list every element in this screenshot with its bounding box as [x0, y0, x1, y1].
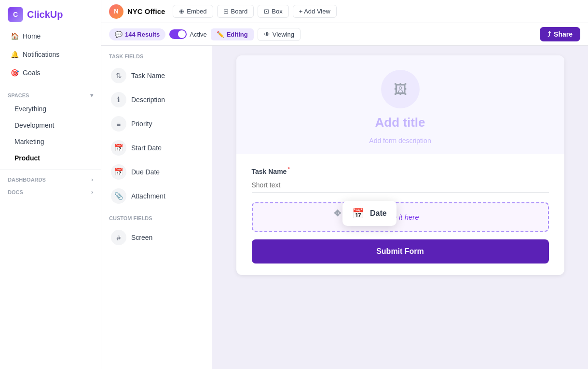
description-icon: ℹ [111, 92, 126, 107]
drag-tooltip-label: Date [370, 209, 387, 218]
task-name-icon: ⇅ [111, 68, 126, 83]
form-toolbar: 💬 144 Results Active ✏️ Editing 👁 Viewin… [101, 23, 588, 46]
task-name-label: Task Name [131, 72, 165, 79]
board-button[interactable]: ⊞ Board [217, 5, 254, 18]
toggle-knob [178, 30, 186, 38]
embed-label: Embed [187, 8, 206, 15]
dashboards-section-header[interactable]: Dashboards › [0, 172, 101, 185]
share-label: Share [554, 30, 573, 38]
field-attachment[interactable]: 📎 Attachment [107, 184, 206, 208]
due-date-label: Due Date [131, 168, 160, 176]
board-icon: ⊞ [223, 8, 229, 15]
board-label: Board [231, 8, 248, 15]
development-label: Development [14, 121, 55, 129]
box-button[interactable]: ⊡ Box [258, 5, 288, 18]
custom-fields-title: CUSTOM FIELDS [107, 215, 206, 221]
active-toggle-area: Active [169, 29, 206, 39]
task-name-field-group: Task Name* [252, 166, 549, 193]
description-label: Description [131, 96, 165, 104]
workspace-icon: N [109, 4, 123, 19]
submit-label: Submit Form [376, 247, 424, 255]
embed-button[interactable]: ⊕ Embed [173, 5, 213, 18]
spaces-label: Spaces [8, 92, 29, 98]
priority-icon: ≡ [111, 116, 126, 132]
form-body: Task Name* Drop it here Submit Form [236, 154, 564, 275]
start-date-label: Start Date [131, 144, 162, 152]
box-label: Box [272, 8, 282, 15]
drag-handle-icon: ✥ [334, 208, 341, 219]
marketing-label: Marketing [14, 138, 44, 145]
spaces-chevron-icon: ▾ [90, 92, 93, 99]
sidebar: C ClickUp 🏠 Home 🔔 Notifications 🎯 Goals… [0, 0, 101, 369]
sidebar-item-product[interactable]: Product [3, 150, 98, 166]
attachment-label: Attachment [131, 192, 165, 200]
dashboards-label: Dashboards [8, 177, 46, 183]
field-start-date[interactable]: 📅 Start Date [107, 136, 206, 159]
viewing-button[interactable]: 👁 Viewing [258, 28, 301, 41]
dashboards-chevron-icon: › [91, 176, 93, 183]
main-content: N NYC Office ⊕ Embed ⊞ Board ⊡ Box + Add… [101, 0, 588, 369]
form-header: 🖼 Add title Add form description [236, 55, 564, 154]
docs-chevron-icon: › [91, 189, 93, 196]
form-title-placeholder[interactable]: Add title [375, 115, 425, 130]
logo-icon: C [8, 7, 23, 22]
results-badge-button[interactable]: 💬 144 Results [109, 28, 165, 40]
field-screen[interactable]: # Screen [107, 226, 206, 249]
add-view-label: + Add View [299, 8, 330, 15]
workspace-area: N NYC Office [109, 4, 165, 19]
workspace-name: NYC Office [127, 7, 165, 15]
editing-button[interactable]: ✏️ Editing [211, 28, 254, 40]
active-label: Active [190, 31, 206, 38]
form-desc-placeholder[interactable]: Add form description [369, 137, 431, 145]
submit-form-button[interactable]: Submit Form [252, 239, 549, 264]
due-date-icon: 📅 [111, 164, 126, 180]
notifications-icon: 🔔 [11, 51, 19, 58]
form-avatar: 🖼 [381, 70, 420, 108]
image-placeholder-icon: 🖼 [394, 81, 407, 97]
product-label: Product [14, 154, 40, 162]
task-name-field-label: Task Name* [252, 166, 549, 175]
docs-section-header[interactable]: Docs › [0, 185, 101, 198]
sidebar-item-goals[interactable]: 🎯 Goals [3, 64, 98, 81]
workspace-letter: N [114, 8, 118, 15]
add-view-button[interactable]: + Add View [293, 5, 337, 18]
field-task-name[interactable]: ⇅ Task Name [107, 64, 206, 87]
sidebar-item-marketing[interactable]: Marketing [3, 134, 98, 149]
active-toggle[interactable] [169, 29, 187, 39]
goals-label: Goals [23, 69, 41, 77]
sidebar-item-development[interactable]: Development [3, 118, 98, 133]
form-card: 🖼 Add title Add form description Task Na… [236, 55, 564, 275]
start-date-icon: 📅 [111, 140, 126, 156]
editing-pencil-icon: ✏️ [217, 31, 224, 38]
sidebar-item-home[interactable]: 🏠 Home [3, 27, 98, 45]
docs-label: Docs [8, 189, 23, 195]
divider-2 [0, 169, 101, 170]
screen-label: Screen [131, 234, 152, 241]
attachment-icon: 📎 [111, 188, 126, 204]
logo-letter: C [13, 11, 18, 18]
field-due-date[interactable]: 📅 Due Date [107, 160, 206, 184]
divider [0, 85, 101, 85]
app-name: ClickUp [27, 9, 63, 20]
everything-label: Everything [14, 105, 46, 113]
field-description[interactable]: ℹ Description [107, 88, 206, 111]
results-icon: 💬 [115, 31, 123, 38]
notifications-label: Notifications [23, 51, 59, 58]
viewing-label: Viewing [273, 31, 294, 38]
task-fields-title: TASK FIELDS [107, 53, 206, 59]
embed-icon: ⊕ [179, 8, 184, 15]
screen-icon: # [111, 230, 126, 245]
box-icon: ⊡ [264, 8, 269, 15]
goals-icon: 🎯 [11, 69, 19, 77]
fields-panel: TASK FIELDS ⇅ Task Name ℹ Description ≡ … [101, 46, 212, 369]
sidebar-item-everything[interactable]: Everything [3, 101, 98, 117]
field-priority[interactable]: ≡ Priority [107, 112, 206, 135]
form-preview: 🖼 Add title Add form description Task Na… [212, 46, 588, 369]
share-button[interactable]: ⤴ Share [540, 27, 580, 41]
editing-label: Editing [227, 31, 248, 38]
home-icon: 🏠 [11, 32, 19, 40]
priority-label: Priority [131, 120, 152, 128]
drop-zone: Drop it here [252, 202, 549, 232]
task-name-input[interactable] [252, 178, 549, 193]
sidebar-item-notifications[interactable]: 🔔 Notifications [3, 46, 98, 63]
